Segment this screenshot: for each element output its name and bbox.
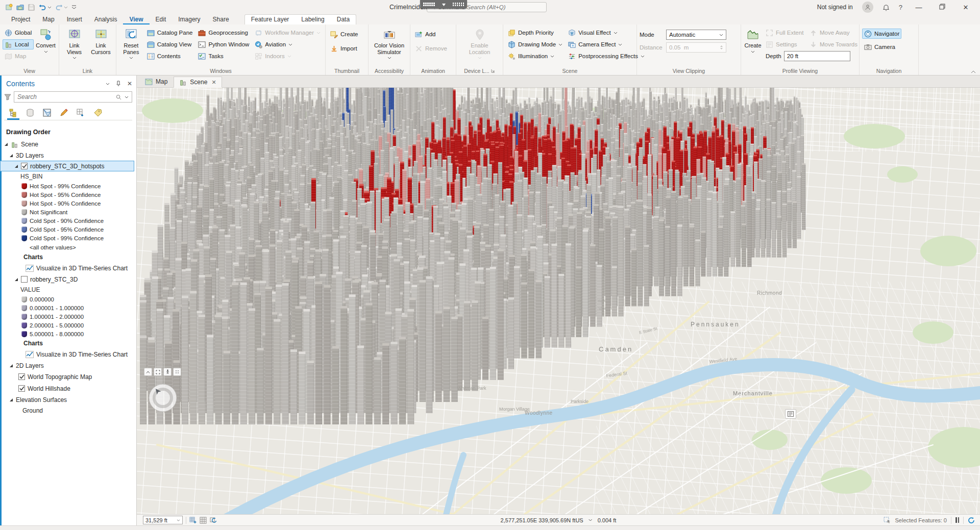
link-views-button[interactable]: Link Views: [62, 27, 87, 59]
animation-remove-button[interactable]: Remove: [413, 43, 449, 54]
layer-checkbox[interactable]: [18, 385, 25, 392]
tab-edit[interactable]: Edit: [150, 15, 173, 24]
tree-item[interactable]: 3D Layers: [0, 150, 136, 161]
move-towards-button[interactable]: Move Towards: [807, 39, 856, 49]
legend-item[interactable]: 0.000001 - 1.000000: [0, 304, 136, 312]
tree-item[interactable]: World Hillshade: [0, 383, 136, 394]
move-away-button[interactable]: Move Away: [807, 28, 856, 38]
view-tab-map[interactable]: Map: [140, 76, 173, 87]
overview-panel-button[interactable]: [785, 409, 796, 419]
layer-checkbox[interactable]: [21, 163, 28, 169]
list-by-selection-tab[interactable]: [41, 108, 53, 120]
list-by-editing-tab[interactable]: [58, 108, 70, 120]
tab-labeling[interactable]: Labeling: [295, 14, 330, 24]
drag-handle-icon[interactable]: [173, 368, 181, 376]
tab-map[interactable]: Map: [36, 15, 60, 24]
legend-item[interactable]: Hot Spot - 99% Confidence: [0, 182, 136, 190]
profile-create-button[interactable]: Create: [744, 27, 762, 53]
expander-icon[interactable]: [9, 398, 13, 402]
legend-item[interactable]: 1.000001 - 2.000000: [0, 312, 136, 321]
tab-data[interactable]: Data: [331, 14, 356, 24]
legend-item[interactable]: Not Significant: [0, 208, 136, 216]
legend-item[interactable]: 2.000001 - 5.000000: [0, 321, 136, 330]
full-extent-button[interactable]: Full Extent: [764, 28, 807, 38]
selection-icon[interactable]: [884, 517, 891, 523]
filter-funnel-icon[interactable]: [4, 94, 11, 100]
grid-icon[interactable]: [200, 517, 207, 524]
first-person-nav-icon[interactable]: [163, 368, 172, 376]
list-by-labeling-tab[interactable]: [91, 108, 104, 120]
tab-imagery[interactable]: Imagery: [172, 15, 206, 24]
list-by-data-source-tab[interactable]: [24, 108, 36, 120]
navigator-button[interactable]: Navigator: [862, 29, 901, 39]
cursor-coordinates[interactable]: 2,577,251.05E 339,905.69N ftUS: [501, 517, 583, 523]
legend-item[interactable]: 5.000001 - 8.000000: [0, 330, 136, 338]
undo-button[interactable]: [39, 4, 52, 11]
profile-settings-button[interactable]: Settings: [764, 39, 807, 49]
coords-chevron-icon[interactable]: [589, 519, 593, 521]
dialog-launcher-icon[interactable]: [491, 69, 495, 73]
list-by-snapping-tab[interactable]: [75, 108, 87, 120]
tree-item[interactable]: Visualize in 3D Time-Series Chart: [0, 262, 136, 274]
view-tab-scene[interactable]: Scene ✕: [174, 77, 222, 88]
tab-project[interactable]: Project: [5, 15, 36, 24]
legend-item[interactable]: Hot Spot - 95% Confidence: [0, 190, 136, 199]
tree-item[interactable]: Visualize in 3D Time-Series Chart: [0, 348, 136, 360]
layer-checkbox[interactable]: [21, 276, 28, 283]
camera-button[interactable]: Camera: [862, 42, 901, 52]
local-button[interactable]: Local: [3, 39, 34, 49]
clipping-mode-combo[interactable]: Automatic: [666, 30, 726, 40]
pane-close-icon[interactable]: ✕: [127, 80, 132, 87]
notifications-bell-icon[interactable]: [883, 4, 890, 11]
customize-toolbar-icon[interactable]: [71, 5, 77, 10]
indoors-button[interactable]: Indoors: [253, 51, 323, 61]
legend-item[interactable]: Hot Spot - 90% Confidence: [0, 199, 136, 208]
illumination-button[interactable]: Illumination: [506, 51, 565, 61]
open-project-icon[interactable]: [16, 4, 24, 11]
contents-button[interactable]: Contents: [145, 51, 195, 61]
signin-status[interactable]: Not signed in: [817, 4, 853, 11]
camera-effect-button[interactable]: Camera Effect: [566, 39, 647, 49]
account-avatar[interactable]: [862, 2, 873, 13]
pause-drawing-icon[interactable]: [955, 517, 959, 523]
new-project-icon[interactable]: [5, 4, 13, 11]
tab-feature-layer[interactable]: Feature Layer: [245, 14, 296, 24]
link-cursors-button[interactable]: Link Cursors: [88, 27, 113, 55]
tree-item[interactable]: Charts: [0, 338, 136, 348]
tree-item[interactable]: robbery_STC_3D_hotspots: [0, 161, 134, 171]
tab-analysis[interactable]: Analysis: [88, 15, 124, 24]
legend-item[interactable]: Cold Spot - 99% Confidence: [0, 234, 136, 242]
tree-item[interactable]: robbery_STC_3D: [0, 274, 136, 285]
aviation-button[interactable]: Aviation: [253, 39, 323, 49]
create-thumbnail-button[interactable]: Create: [328, 29, 360, 39]
tree-item[interactable]: Elevation Surfaces: [0, 394, 136, 405]
tree-item[interactable]: World Topographic Map: [0, 371, 136, 383]
catalog-pane-button[interactable]: Catalog Pane: [145, 28, 195, 38]
tab-view[interactable]: View: [123, 15, 149, 24]
help-icon[interactable]: ?: [899, 4, 902, 11]
close-scene-tab-icon[interactable]: ✕: [211, 79, 216, 86]
legend-item[interactable]: Cold Spot - 90% Confidence: [0, 216, 136, 225]
tree-item[interactable]: Scene: [0, 139, 136, 150]
tree-item[interactable]: Charts: [0, 252, 136, 262]
close-button[interactable]: ✕: [959, 4, 973, 11]
refresh-view-icon[interactable]: [968, 517, 975, 524]
contents-search-input[interactable]: [17, 93, 113, 100]
enable-location-button[interactable]: Enable Location: [460, 27, 499, 59]
add-grid-icon[interactable]: [189, 517, 197, 524]
map-scale-combo[interactable]: 31,529 ft: [143, 516, 183, 524]
python-window-button[interactable]: Python Window: [196, 39, 251, 49]
auto-refresh-icon[interactable]: [210, 517, 217, 524]
tree-item[interactable]: <all other values>: [0, 242, 136, 252]
convert-button[interactable]: Convert: [35, 27, 56, 53]
redo-button[interactable]: [55, 4, 68, 11]
workflow-manager-button[interactable]: Workflow Manager: [253, 28, 323, 38]
pane-menu-chevron-icon[interactable]: [106, 83, 110, 85]
drawing-mode-button[interactable]: Drawing Mode: [506, 39, 565, 49]
tasks-button[interactable]: Tasks: [196, 51, 251, 61]
pane-pin-icon[interactable]: [116, 81, 121, 87]
depth-priority-button[interactable]: Depth Priority: [506, 28, 565, 38]
catalog-view-button[interactable]: Catalog View: [145, 39, 195, 49]
tab-share[interactable]: Share: [207, 15, 235, 24]
postprocessing-effects-button[interactable]: Postprocessing Effects: [566, 51, 647, 61]
